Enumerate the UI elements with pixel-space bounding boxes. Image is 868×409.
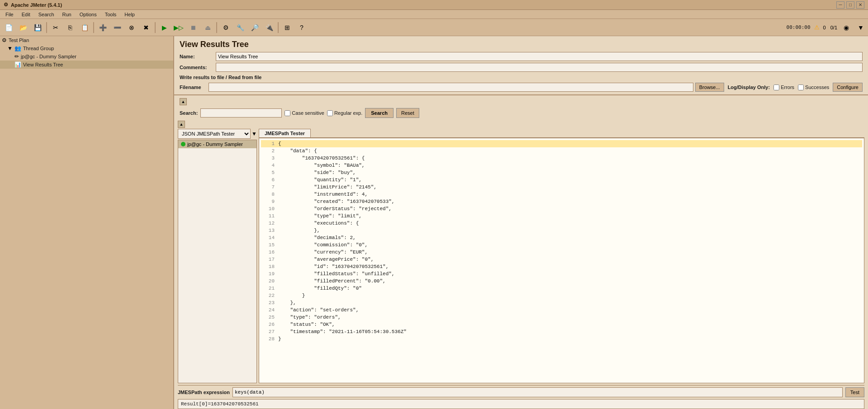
json-line: 15 "commission": "0",: [261, 241, 862, 249]
remote-stop-button[interactable]: 🔧: [233, 21, 247, 34]
comments-input[interactable]: [216, 63, 863, 72]
line-number: 12: [261, 220, 275, 227]
errors-checkbox[interactable]: [773, 85, 779, 90]
json-line: 20 "filledPercent": "0.00",: [261, 277, 862, 285]
menu-bar: File Edit Search Run Options Tools Help: [0, 10, 868, 19]
maximize-button[interactable]: □: [846, 1, 854, 9]
line-content: "id": "1637042070532561",: [278, 263, 862, 270]
new-button[interactable]: 📄: [2, 21, 15, 34]
line-content: "currency": "EUR",: [278, 249, 862, 256]
jmespath-input[interactable]: [232, 387, 843, 397]
case-sensitive-checkbox[interactable]: [285, 110, 290, 116]
line-content: }: [278, 335, 862, 343]
json-content[interactable]: 1{2 "data": {3 "1637042070532561": {4 "s…: [259, 138, 864, 383]
filename-row: Filename Browse... Log/Display Only: Err…: [174, 82, 868, 93]
menu-tools[interactable]: Tools: [101, 11, 120, 18]
errors-checkbox-label[interactable]: Errors: [773, 85, 794, 90]
tree-item-view-results-tree[interactable]: 📊 View Results Tree: [0, 61, 173, 69]
regular-exp-label[interactable]: Regular exp.: [327, 110, 362, 116]
clear-button[interactable]: ✖: [139, 21, 153, 34]
tab-jmespath[interactable]: JMESPath Tester: [259, 129, 311, 137]
json-line: 24 "action": "set-orders",: [261, 306, 862, 314]
search-input[interactable]: [200, 108, 282, 118]
comments-label: Comments:: [180, 65, 216, 70]
remote-start-button[interactable]: ⚙: [219, 21, 232, 34]
collapse-button[interactable]: ➖: [110, 21, 124, 34]
name-row: Name:: [174, 51, 868, 62]
menu-help[interactable]: Help: [121, 11, 138, 18]
open-button[interactable]: 📂: [16, 21, 30, 34]
sampler-item-dummy[interactable]: jp@gc - Dummy Sampler: [178, 140, 256, 148]
successes-checkbox-label[interactable]: Successes: [798, 85, 829, 90]
scroll-up-arrow-2[interactable]: ▲: [178, 121, 185, 128]
line-content: "type": "orders",: [278, 314, 862, 321]
shutdown-button[interactable]: ⏏: [201, 21, 214, 34]
line-content: "type": "limit",: [278, 212, 862, 220]
tree-label-dummy-sampler: jp@gc - Dummy Sampler: [21, 54, 76, 59]
thread-monitor-button[interactable]: ◉: [841, 22, 852, 33]
menu-search[interactable]: Search: [35, 11, 58, 18]
line-number: 8: [261, 191, 275, 198]
line-number: 23: [261, 299, 275, 306]
line-number: 25: [261, 314, 275, 321]
minimize-button[interactable]: ─: [836, 1, 844, 9]
reset-gui-button[interactable]: ⊗: [125, 21, 138, 34]
line-number: 20: [261, 277, 275, 285]
scroll-controls-2: ▲: [178, 120, 864, 129]
tree-item-thread-group[interactable]: ▼ 👥 Thread Group: [0, 44, 173, 52]
function-helper-button[interactable]: ⊞: [280, 21, 294, 34]
successes-checkbox[interactable]: [798, 85, 804, 90]
test-button[interactable]: Test: [845, 387, 864, 397]
json-line: 16 "currency": "EUR",: [261, 249, 862, 256]
json-line: 6 "quantity": "1",: [261, 176, 862, 183]
menu-options[interactable]: Options: [76, 11, 100, 18]
comments-row: Comments:: [174, 62, 868, 73]
sampler-item-label: jp@gc - Dummy Sampler: [187, 141, 243, 147]
divider-1: [174, 94, 868, 95]
filename-label: Filename: [180, 85, 207, 90]
line-content: },: [278, 299, 862, 306]
filename-input[interactable]: [209, 83, 693, 92]
regular-exp-text: Regular exp.: [334, 110, 362, 116]
paste-button[interactable]: 📋: [78, 21, 91, 34]
scroll-up-arrow[interactable]: ▲: [180, 98, 187, 105]
case-sensitive-label[interactable]: Case sensitive: [285, 110, 324, 116]
remote-clear-button[interactable]: 🔎: [248, 21, 261, 34]
json-line: 2 "data": {: [261, 147, 862, 155]
menu-run[interactable]: Run: [59, 11, 75, 18]
search-button[interactable]: Search: [365, 108, 394, 118]
remote-exit-button[interactable]: 🔌: [262, 21, 276, 34]
sampler-dropdown[interactable]: JSON JMESPath Tester: [178, 129, 251, 139]
line-number: 3: [261, 155, 275, 162]
cut-button[interactable]: ✂: [49, 21, 62, 34]
copy-button[interactable]: ⎘: [63, 21, 77, 34]
tree-item-test-plan[interactable]: ⚙ Test Plan: [0, 36, 173, 44]
title-bar-controls: ─ □ ✕: [836, 1, 864, 9]
stop-button[interactable]: ⏹: [186, 21, 200, 34]
line-number: 11: [261, 212, 275, 220]
line-content: "instrumentId": 4,: [278, 191, 862, 198]
line-number: 26: [261, 321, 275, 328]
left-panel: ⚙ Test Plan ▼ 👥 Thread Group ✏ jp@gc - D…: [0, 36, 174, 409]
expand-button[interactable]: ➕: [96, 21, 109, 34]
browse-button[interactable]: Browse...: [695, 83, 724, 92]
main-layout: ⚙ Test Plan ▼ 👥 Thread Group ✏ jp@gc - D…: [0, 36, 868, 409]
json-line: 13 },: [261, 227, 862, 234]
log-viewer-button[interactable]: ▼: [855, 22, 866, 33]
reset-button[interactable]: Reset: [396, 108, 419, 118]
regular-exp-checkbox[interactable]: [327, 110, 333, 116]
menu-edit[interactable]: Edit: [18, 11, 34, 18]
save-button[interactable]: 💾: [31, 21, 44, 34]
start-no-pause-button[interactable]: ▶▷: [172, 21, 185, 34]
tree-item-dummy-sampler[interactable]: ✏ jp@gc - Dummy Sampler: [0, 52, 173, 61]
name-input[interactable]: [216, 52, 863, 61]
title-bar-left: ⚙ Apache JMeter (5.4.1): [4, 2, 62, 8]
menu-file[interactable]: File: [2, 11, 17, 18]
help-button[interactable]: ?: [295, 21, 308, 34]
json-line: 28}: [261, 335, 862, 343]
configure-button[interactable]: Configure: [833, 83, 863, 92]
line-content: "averagePrice": "0",: [278, 256, 862, 263]
line-number: 18: [261, 263, 275, 270]
close-button[interactable]: ✕: [856, 1, 864, 9]
start-button[interactable]: ▶: [157, 21, 171, 34]
